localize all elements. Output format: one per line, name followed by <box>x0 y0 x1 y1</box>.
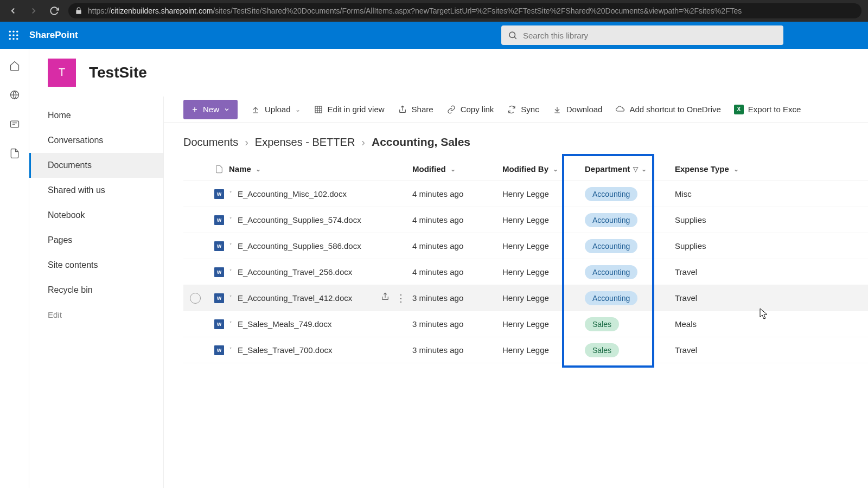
modified-by-cell[interactable]: Henry Legge <box>502 345 585 355</box>
svg-point-1 <box>12 30 15 33</box>
modified-column[interactable]: Modified⌄ <box>412 164 502 174</box>
select-circle[interactable] <box>190 293 201 304</box>
modified-by-column[interactable]: Modified By⌄ <box>502 164 585 174</box>
department-tag[interactable]: Accounting <box>585 291 637 305</box>
svg-point-7 <box>12 38 15 40</box>
sidebar-item-site-contents[interactable]: Site contents <box>29 253 163 278</box>
edit-grid-button[interactable]: Edit in grid view <box>314 105 385 114</box>
modified-cell: 3 minutes ago <box>412 345 502 355</box>
table-row[interactable]: W⋆E_Accounting_Supplies_586.docx4 minute… <box>183 233 868 259</box>
department-tag[interactable]: Accounting <box>585 239 637 253</box>
new-button[interactable]: New <box>183 100 238 119</box>
file-name[interactable]: E_Accounting_Supplies_574.docx <box>238 215 361 224</box>
browser-chrome: https://citizenbuilders.sharepoint.com/s… <box>0 0 868 22</box>
new-indicator-icon: ⋆ <box>229 345 232 351</box>
files-icon[interactable] <box>9 147 21 159</box>
news-icon[interactable] <box>9 118 21 130</box>
grid-icon <box>314 105 323 114</box>
modified-cell: 3 minutes ago <box>412 319 502 329</box>
sidebar-item-documents[interactable]: Documents <box>29 153 163 178</box>
modified-by-cell[interactable]: Henry Legge <box>502 267 585 277</box>
chevron-right-icon: › <box>361 136 365 149</box>
file-type-column[interactable] <box>209 164 229 174</box>
file-name[interactable]: E_Sales_Travel_700.docx <box>238 345 333 355</box>
word-icon: W <box>214 241 224 251</box>
link-icon <box>446 105 456 114</box>
app-launcher-icon[interactable] <box>9 30 18 40</box>
crumb-root[interactable]: Documents <box>183 136 238 149</box>
modified-by-cell[interactable]: Henry Legge <box>502 293 585 303</box>
table-row[interactable]: W⋆E_Accounting_Travel_412.docx⋮3 minutes… <box>183 285 868 311</box>
home-icon[interactable] <box>9 60 21 72</box>
modified-cell: 3 minutes ago <box>412 293 502 303</box>
department-tag[interactable]: Sales <box>585 317 619 331</box>
expense-type-cell: Supplies <box>675 241 766 251</box>
department-tag[interactable]: Accounting <box>585 265 637 279</box>
sidebar-item-home[interactable]: Home <box>29 103 163 128</box>
chevron-down-icon <box>224 106 230 113</box>
chevron-right-icon: › <box>245 136 248 149</box>
sharepoint-brand[interactable]: SharePoint <box>29 30 78 41</box>
word-icon: W <box>214 345 224 355</box>
department-tag[interactable]: Sales <box>585 343 619 357</box>
search-input[interactable] <box>523 31 777 40</box>
site-title[interactable]: TestSite <box>89 64 147 81</box>
sync-button[interactable]: Sync <box>507 105 539 114</box>
modified-by-cell[interactable]: Henry Legge <box>502 319 585 329</box>
expense-type-cell: Travel <box>675 345 766 355</box>
expense-type-column[interactable]: Expense Type⌄ <box>675 164 766 174</box>
sidebar-item-shared[interactable]: Shared with us <box>29 178 163 203</box>
share-icon[interactable] <box>381 292 390 304</box>
search-icon <box>508 30 518 40</box>
department-tag[interactable]: Accounting <box>585 213 637 227</box>
reload-button[interactable] <box>48 4 61 17</box>
forward-button[interactable] <box>27 4 40 17</box>
table-row[interactable]: W⋆E_Accounting_Supplies_574.docx4 minute… <box>183 207 868 233</box>
more-icon[interactable]: ⋮ <box>396 292 406 304</box>
add-shortcut-button[interactable]: Add shortcut to OneDrive <box>615 105 720 114</box>
onedrive-icon <box>615 105 625 114</box>
upload-button[interactable]: Upload ⌄ <box>251 105 301 114</box>
share-button[interactable]: Share <box>398 105 433 114</box>
sidebar-item-recycle[interactable]: Recycle bin <box>29 278 163 303</box>
site-logo[interactable]: T <box>48 59 76 87</box>
modified-by-cell[interactable]: Henry Legge <box>502 189 585 198</box>
crumb-folder[interactable]: Expenses - BETTER <box>255 136 355 149</box>
file-name[interactable]: E_Sales_Meals_749.docx <box>238 319 331 329</box>
modified-by-cell[interactable]: Henry Legge <box>502 215 585 224</box>
search-box[interactable] <box>501 25 783 45</box>
url-bar[interactable]: https://citizenbuilders.sharepoint.com/s… <box>68 3 861 18</box>
back-button[interactable] <box>7 4 20 17</box>
export-excel-button[interactable]: X Export to Exce <box>734 105 801 114</box>
table-row[interactable]: W⋆E_Accounting_Travel_256.docx4 minutes … <box>183 259 868 285</box>
file-name[interactable]: E_Accounting_Supplies_586.docx <box>238 241 361 251</box>
copy-link-button[interactable]: Copy link <box>446 105 494 114</box>
sidebar-item-conversations[interactable]: Conversations <box>29 128 163 153</box>
expense-type-cell: Supplies <box>675 215 766 224</box>
file-name[interactable]: E_Accounting_Misc_102.docx <box>238 189 347 198</box>
file-table: Name⌄ Modified⌄ Modified By⌄ Department … <box>164 157 868 363</box>
department-column[interactable]: Department ▽ ⌄ <box>585 164 675 174</box>
download-button[interactable]: Download <box>552 105 603 114</box>
table-row[interactable]: W⋆E_Accounting_Misc_102.docx4 minutes ag… <box>183 181 868 207</box>
expense-type-cell: Misc <box>675 189 766 198</box>
table-row[interactable]: W⋆E_Sales_Meals_749.docx3 minutes agoHen… <box>183 311 868 337</box>
chevron-down-icon: ⌄ <box>553 165 558 173</box>
department-tag[interactable]: Accounting <box>585 187 637 201</box>
sidebar-edit[interactable]: Edit <box>29 303 163 327</box>
name-column[interactable]: Name⌄ <box>229 164 412 174</box>
svg-point-3 <box>9 34 11 36</box>
url-text: https://citizenbuilders.sharepoint.com/s… <box>88 7 742 15</box>
file-name[interactable]: E_Accounting_Travel_256.docx <box>238 267 352 277</box>
sidebar-item-notebook[interactable]: Notebook <box>29 203 163 228</box>
file-name[interactable]: E_Accounting_Travel_412.docx <box>238 293 352 303</box>
chevron-down-icon: ⌄ <box>295 106 301 113</box>
chevron-down-icon: ⌄ <box>450 165 456 173</box>
table-row[interactable]: W⋆E_Sales_Travel_700.docx3 minutes agoHe… <box>183 337 868 363</box>
new-indicator-icon: ⋆ <box>229 241 232 247</box>
globe-icon[interactable] <box>9 89 21 101</box>
sidebar-item-pages[interactable]: Pages <box>29 228 163 253</box>
share-icon <box>398 105 407 114</box>
modified-by-cell[interactable]: Henry Legge <box>502 241 585 251</box>
table-header: Name⌄ Modified⌄ Modified By⌄ Department … <box>183 157 868 181</box>
